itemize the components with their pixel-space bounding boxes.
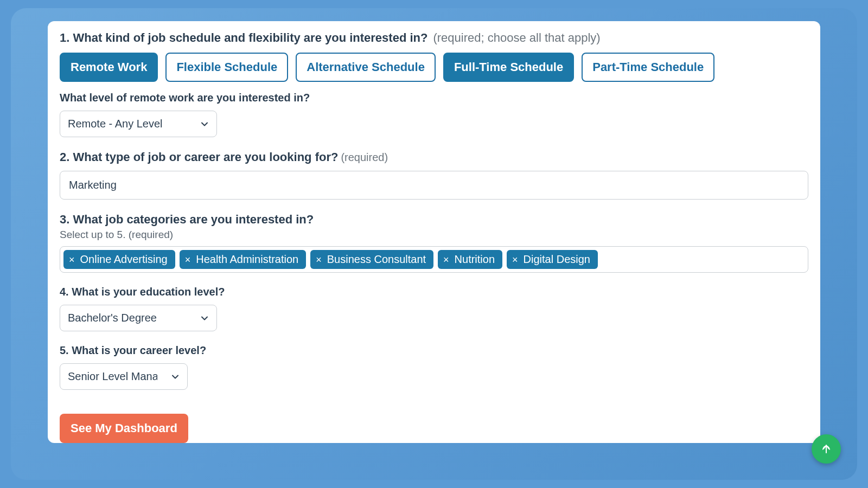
category-tag[interactable]: ×Online Advertising xyxy=(63,250,175,269)
page-background: 1. What kind of job schedule and flexibi… xyxy=(11,8,857,480)
education-level-select[interactable]: Bachelor's Degree xyxy=(60,305,217,331)
category-tag-label: Nutrition xyxy=(455,253,495,266)
close-icon[interactable]: × xyxy=(185,255,191,265)
category-tag-container[interactable]: ×Online Advertising×Health Administratio… xyxy=(60,246,808,273)
category-tag[interactable]: ×Business Consultant xyxy=(310,250,433,269)
schedule-option-chip[interactable]: Remote Work xyxy=(60,53,158,82)
remote-level-select[interactable]: Remote - Any Level xyxy=(60,111,217,137)
see-dashboard-button[interactable]: See My Dashboard xyxy=(60,414,188,443)
category-tag[interactable]: ×Health Administration xyxy=(180,250,307,269)
question-3-hint: Select up to 5. (required) xyxy=(60,229,808,241)
category-tag-label: Business Consultant xyxy=(327,253,426,266)
question-1-title: 1. What kind of job schedule and flexibi… xyxy=(60,31,427,45)
question-5: 5. What is your career level? Senior Lev… xyxy=(60,344,808,390)
schedule-option-chip[interactable]: Full-Time Schedule xyxy=(443,53,574,82)
schedule-option-chip[interactable]: Part-Time Schedule xyxy=(582,53,714,82)
close-icon[interactable]: × xyxy=(443,255,449,265)
schedule-option-chip[interactable]: Alternative Schedule xyxy=(296,53,436,82)
help-fab-button[interactable] xyxy=(812,434,841,464)
category-tag[interactable]: ×Nutrition xyxy=(438,250,502,269)
close-icon[interactable]: × xyxy=(512,255,518,265)
close-icon[interactable]: × xyxy=(69,255,75,265)
question-5-title: 5. What is your career level? xyxy=(60,344,206,356)
question-1-hint: (required; choose all that apply) xyxy=(433,31,600,45)
remote-level-label: What level of remote work are you intere… xyxy=(60,92,808,104)
question-3-title: 3. What job categories are you intereste… xyxy=(60,213,314,226)
career-level-value: Senior Level Manager xyxy=(68,370,157,383)
education-level-value: Bachelor's Degree xyxy=(68,312,157,324)
category-tag-label: Digital Design xyxy=(524,253,590,266)
schedule-options-row: Remote WorkFlexible ScheduleAlternative … xyxy=(60,53,808,82)
category-tag[interactable]: ×Digital Design xyxy=(507,250,598,269)
form-card: 1. What kind of job schedule and flexibi… xyxy=(48,21,820,443)
question-3: 3. What job categories are you intereste… xyxy=(60,213,808,273)
question-4-title: 4. What is your education level? xyxy=(60,286,225,298)
remote-level-value: Remote - Any Level xyxy=(68,118,163,130)
career-level-select[interactable]: Senior Level Manager xyxy=(60,363,188,390)
chevron-down-icon xyxy=(171,373,180,381)
question-2: 2. What type of job or career are you lo… xyxy=(60,150,808,200)
leaf-icon xyxy=(818,441,834,457)
schedule-option-chip[interactable]: Flexible Schedule xyxy=(165,53,288,82)
question-1: 1. What kind of job schedule and flexibi… xyxy=(60,31,808,137)
question-2-title: 2. What type of job or career are you lo… xyxy=(60,150,338,164)
chevron-down-icon xyxy=(200,120,209,129)
question-4: 4. What is your education level? Bachelo… xyxy=(60,286,808,331)
job-type-input[interactable] xyxy=(60,171,808,200)
category-tag-label: Health Administration xyxy=(196,253,298,266)
category-tag-label: Online Advertising xyxy=(80,253,168,266)
question-2-hint: (required) xyxy=(341,151,388,164)
chevron-down-icon xyxy=(200,314,209,323)
close-icon[interactable]: × xyxy=(316,255,322,265)
